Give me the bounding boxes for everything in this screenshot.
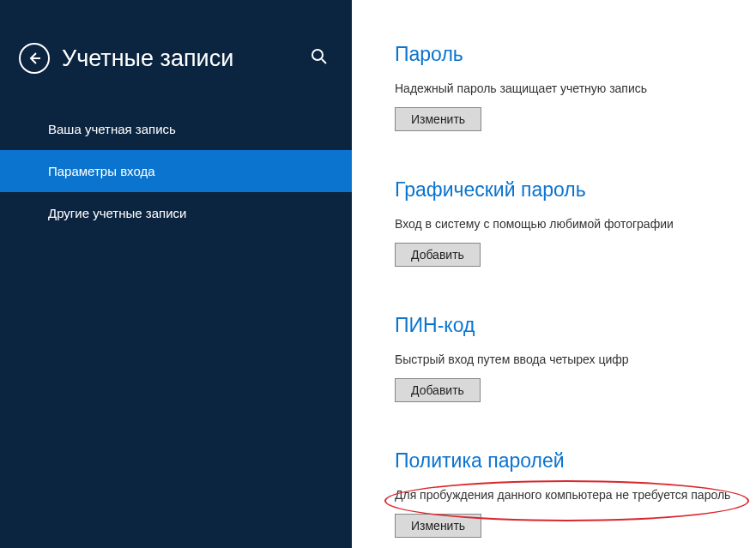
sidebar: Учетные записи Ваша учетная запись Парам… — [0, 0, 352, 548]
section-password: Пароль Надежный пароль защищает учетную … — [395, 43, 739, 131]
section-desc: Надежный пароль защищает учетную запись — [395, 81, 739, 95]
arrow-left-icon — [27, 51, 42, 66]
picture-password-add-button[interactable]: Добавить — [395, 243, 481, 267]
section-password-policy: Политика паролей Для пробуждения данного… — [395, 449, 739, 538]
search-icon — [311, 48, 328, 65]
sidebar-item-label: Другие учетные записи — [48, 206, 186, 220]
section-desc: Вход в систему с помощью любимой фотогра… — [395, 217, 739, 231]
section-title: Пароль — [395, 43, 739, 66]
back-button[interactable] — [19, 43, 50, 74]
sidebar-item-other-accounts[interactable]: Другие учетные записи — [0, 192, 352, 234]
section-picture-password: Графический пароль Вход в систему с помо… — [395, 178, 739, 267]
search-button[interactable] — [305, 43, 333, 74]
page-title: Учетные записи — [62, 45, 305, 72]
section-desc: Быстрый вход путем ввода четырех цифр — [395, 352, 739, 366]
svg-point-1 — [312, 50, 323, 60]
pin-add-button[interactable]: Добавить — [395, 378, 481, 402]
sidebar-item-label: Параметры входа — [48, 164, 155, 178]
section-title: ПИН-код — [395, 314, 739, 337]
sidebar-item-label: Ваша учетная запись — [48, 122, 176, 136]
sidebar-item-your-account[interactable]: Ваша учетная запись — [0, 108, 352, 150]
svg-line-2 — [322, 59, 326, 63]
content-pane: Пароль Надежный пароль защищает учетную … — [352, 0, 756, 548]
sidebar-nav: Ваша учетная запись Параметры входа Друг… — [0, 108, 352, 234]
password-change-button[interactable]: Изменить — [395, 107, 481, 131]
section-desc: Для пробуждения данного компьютера не тр… — [395, 488, 739, 502]
sidebar-item-sign-in-options[interactable]: Параметры входа — [0, 150, 352, 192]
section-title: Политика паролей — [395, 449, 739, 473]
password-policy-change-button[interactable]: Изменить — [395, 514, 481, 538]
section-pin: ПИН-код Быстрый вход путем ввода четырех… — [395, 314, 739, 402]
section-title: Графический пароль — [395, 178, 739, 202]
sidebar-header: Учетные записи — [0, 43, 352, 99]
